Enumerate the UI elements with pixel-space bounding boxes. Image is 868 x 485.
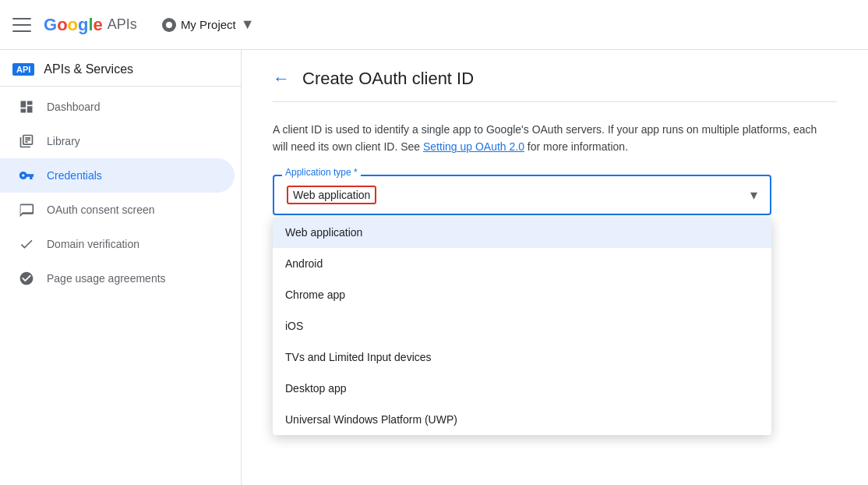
project-dropdown-icon: ▼ (241, 16, 255, 33)
field-label: Application type * (282, 167, 361, 178)
selected-value: Web application (293, 189, 370, 201)
sidebar-item-credentials[interactable]: Credentials (0, 158, 235, 193)
sidebar-label-oauth-consent: OAuth consent screen (47, 204, 155, 216)
sidebar-item-library[interactable]: Library (0, 124, 235, 158)
sidebar-item-domain-verification[interactable]: Domain verification (0, 227, 235, 261)
description: A client ID is used to identify a single… (273, 121, 818, 156)
dropdown-item-ios[interactable]: iOS (273, 310, 771, 342)
application-type-select[interactable]: Web application ▾ (273, 175, 771, 215)
sidebar-label-dashboard: Dashboard (47, 101, 101, 113)
field-dropdown-arrow: ▾ (750, 186, 757, 204)
layout: API APIs & Services Dashboard Library Cr… (0, 50, 868, 485)
credentials-icon (19, 168, 34, 183)
main-content: ← Create OAuth client ID A client ID is … (242, 50, 868, 485)
sidebar-header: API APIs & Services (0, 56, 241, 83)
sidebar-title: APIs & Services (44, 62, 133, 76)
sidebar-label-domain-verification: Domain verification (47, 238, 139, 250)
topbar: Google APIs My Project ▼ (0, 0, 868, 50)
oauth-link[interactable]: Setting up OAuth 2.0 (423, 140, 524, 153)
api-badge: API (12, 63, 34, 76)
dropdown-item-android[interactable]: Android (273, 248, 771, 279)
page-title: Create OAuth client ID (302, 69, 474, 89)
sidebar-item-oauth-consent[interactable]: OAuth consent screen (0, 193, 235, 227)
sidebar-divider (0, 86, 241, 87)
project-dot-icon (162, 18, 176, 32)
sidebar-item-dashboard[interactable]: Dashboard (0, 90, 235, 124)
back-button[interactable]: ← (273, 69, 290, 89)
project-name: My Project (181, 18, 236, 31)
apis-text: APIs (108, 16, 137, 33)
dropdown-item-desktop[interactable]: Desktop app (273, 373, 771, 404)
application-type-field: Application type * Web application ▾ Web… (273, 175, 771, 215)
oauth-consent-icon (19, 202, 34, 218)
selected-value-box: Web application (287, 186, 376, 204)
domain-verification-icon (19, 236, 34, 252)
sidebar: API APIs & Services Dashboard Library Cr… (0, 50, 242, 485)
dropdown-item-uwp[interactable]: Universal Windows Platform (UWP) (273, 404, 771, 435)
sidebar-label-library: Library (47, 135, 80, 147)
google-apis-logo[interactable]: Google APIs (44, 15, 137, 35)
menu-icon[interactable] (12, 16, 31, 34)
dropdown-item-web-app[interactable]: Web application (273, 217, 771, 248)
library-icon (19, 133, 34, 149)
sidebar-label-page-usage: Page usage agreements (47, 272, 166, 285)
dropdown-item-tvs[interactable]: TVs and Limited Input devices (273, 342, 771, 373)
sidebar-label-credentials: Credentials (47, 169, 102, 182)
dropdown-item-chrome-app[interactable]: Chrome app (273, 279, 771, 310)
project-selector[interactable]: My Project ▼ (156, 13, 261, 36)
dashboard-icon (19, 99, 34, 115)
sidebar-item-page-usage[interactable]: Page usage agreements (0, 261, 235, 296)
description-suffix: for more information. (524, 140, 628, 153)
page-usage-icon (19, 271, 34, 286)
dropdown-menu: Web application Android Chrome app iOS T… (273, 217, 771, 435)
page-header: ← Create OAuth client ID (273, 69, 837, 102)
